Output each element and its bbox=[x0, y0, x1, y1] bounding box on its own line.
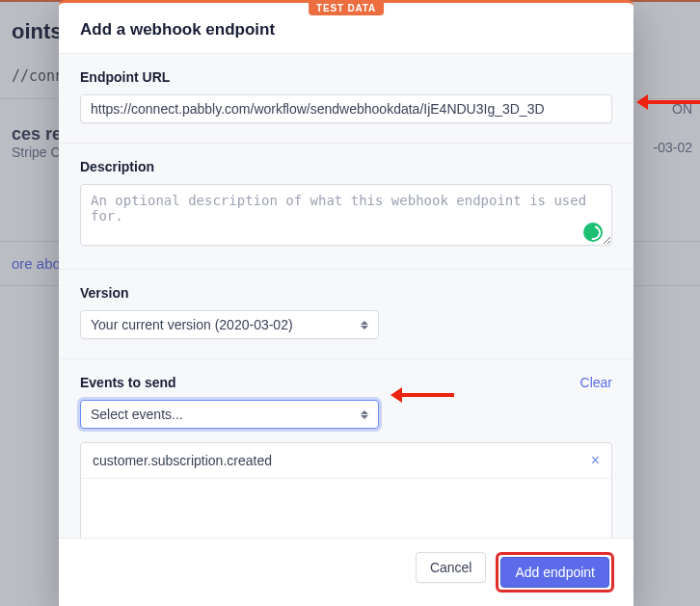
version-selected: Your current version (2020-03-02) bbox=[91, 317, 293, 332]
add-endpoint-button[interactable]: Add endpoint bbox=[500, 557, 609, 588]
description-label: Description bbox=[80, 159, 612, 174]
annotation-arrow bbox=[646, 100, 700, 104]
modal-title: Add a webhook endpoint bbox=[80, 20, 612, 40]
chevron-updown-icon bbox=[359, 318, 370, 331]
version-label: Version bbox=[80, 285, 612, 301]
grammarly-icon[interactable] bbox=[583, 223, 603, 242]
highlight-box: Add endpoint bbox=[496, 552, 614, 593]
webhook-modal: TEST DATA Add a webhook endpoint Endpoin… bbox=[59, 0, 633, 606]
events-select[interactable]: Select events... bbox=[80, 400, 379, 429]
chevron-updown-icon bbox=[359, 408, 370, 421]
modal-body: Endpoint URL Description Version Your cu… bbox=[59, 53, 633, 538]
test-data-badge: TEST DATA bbox=[309, 1, 384, 15]
endpoint-url-label: Endpoint URL bbox=[80, 69, 612, 85]
event-row: customer.subscription.created × bbox=[81, 443, 611, 479]
events-label: Events to send bbox=[80, 375, 176, 390]
description-textarea[interactable] bbox=[80, 184, 612, 246]
event-name: customer.subscription.created bbox=[93, 453, 272, 468]
version-select[interactable]: Your current version (2020-03-02) bbox=[80, 310, 379, 339]
selected-events-list: customer.subscription.created × bbox=[80, 442, 612, 538]
modal-footer: Cancel Add endpoint bbox=[59, 538, 633, 606]
remove-event-icon[interactable]: × bbox=[591, 453, 600, 468]
annotation-arrow bbox=[400, 393, 454, 397]
endpoint-url-input[interactable] bbox=[80, 94, 612, 123]
cancel-button[interactable]: Cancel bbox=[416, 552, 487, 583]
events-select-placeholder: Select events... bbox=[91, 407, 183, 422]
clear-events-link[interactable]: Clear bbox=[580, 375, 612, 390]
